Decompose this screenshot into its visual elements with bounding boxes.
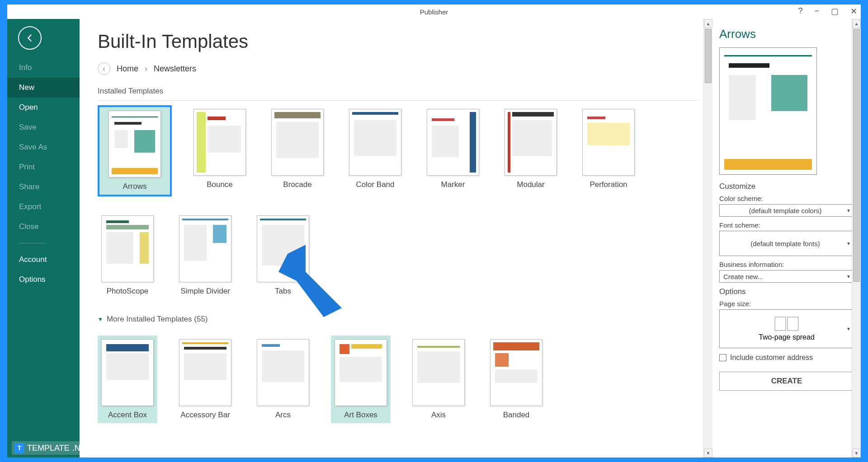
close-icon[interactable]: ✕ (850, 6, 857, 16)
window-controls: ? − ▢ ✕ (798, 6, 857, 16)
restore-icon[interactable]: ▢ (831, 6, 839, 16)
page-size-label: Page size: (719, 300, 854, 308)
template-grid-3: Accent Box Accessory Bar Arcs Art Boxes … (98, 331, 699, 423)
sidebar-item-info[interactable]: Info (7, 58, 80, 78)
scroll-thumb[interactable] (705, 29, 712, 83)
template-bounce[interactable]: Bounce (190, 105, 250, 196)
template-artboxes[interactable]: Art Boxes (331, 336, 391, 423)
options-heading: Options (719, 287, 854, 296)
scroll-down-icon[interactable]: ▼ (704, 448, 712, 457)
template-accentbox[interactable]: Accent Box (98, 336, 157, 423)
checkbox-icon (719, 354, 726, 361)
thumb-arrows (108, 111, 161, 177)
sidebar-item-print[interactable]: Print (7, 157, 80, 177)
breadcrumb-home[interactable]: Home (117, 64, 138, 74)
sidebar-item-saveas[interactable]: Save As (7, 137, 80, 157)
template-label: Arrows (123, 182, 147, 191)
template-accessorybar[interactable]: Accessory Bar (175, 336, 235, 423)
sidebar-item-close[interactable]: Close (7, 217, 80, 237)
chevron-down-icon: ▾ (847, 273, 850, 280)
color-scheme-label: Color scheme: (719, 195, 854, 202)
customize-panel: Arrows Customize Color scheme: (default … (712, 19, 861, 457)
panel-title: Arrows (719, 27, 854, 41)
template-photoscope[interactable]: PhotoScope (98, 212, 157, 299)
watermark: T TEMPLATE.NET (12, 441, 94, 455)
sidebar-item-share[interactable]: Share (7, 177, 80, 197)
minimize-icon[interactable]: − (814, 6, 819, 16)
two-page-spread-icon (774, 316, 799, 331)
chevron-down-icon: ▾ (847, 207, 850, 214)
sidebar-item-export[interactable]: Export (7, 197, 80, 217)
template-preview (719, 47, 817, 175)
page-title: Built-In Templates (98, 31, 699, 52)
template-banded[interactable]: Banded (486, 336, 546, 423)
page-size-dropdown[interactable]: Two-page spread ▾ (719, 309, 854, 348)
template-grid-2: PhotoScope Simple Divider Tabs (98, 212, 699, 299)
svg-rect-1 (775, 317, 786, 331)
template-axis[interactable]: Axis (409, 336, 468, 423)
template-gallery: Built-In Templates ‹ Home › Newsletters … (80, 19, 712, 457)
customize-heading: Customize (719, 182, 854, 191)
back-button[interactable] (18, 26, 42, 50)
back-arrow-icon (24, 32, 36, 44)
installed-templates-label: Installed Templates (98, 87, 699, 96)
scroll-up-icon[interactable]: ▲ (852, 19, 861, 28)
font-scheme-dropdown[interactable]: (default template fonts) ▾ (719, 231, 854, 256)
template-modular[interactable]: Modular (501, 105, 561, 196)
help-icon[interactable]: ? (798, 6, 802, 16)
font-scheme-label: Font scheme: (719, 221, 854, 229)
template-arrows[interactable]: Arrows (98, 105, 172, 196)
template-grid-1: Arrows Bounce Brocade Color Band Marker (98, 100, 699, 196)
panel-scrollbar[interactable]: ▲ ▼ (852, 19, 861, 457)
scroll-thumb[interactable] (853, 29, 860, 282)
template-logo-icon: T (14, 443, 24, 453)
create-button[interactable]: CREATE (719, 372, 854, 391)
main-area: Built-In Templates ‹ Home › Newsletters … (80, 19, 861, 457)
sidebar-item-options[interactable]: Options (7, 270, 80, 289)
app-title: Publisher (420, 8, 448, 16)
sidebar-item-open[interactable]: Open (7, 98, 80, 117)
template-colorband[interactable]: Color Band (345, 105, 405, 196)
template-perforation[interactable]: Perforation (579, 105, 638, 196)
chevron-down-icon: ▾ (847, 326, 850, 332)
sidebar-item-save[interactable]: Save (7, 117, 80, 137)
sidebar-item-account[interactable]: Account (7, 250, 80, 270)
app-frame: Publisher ? − ▢ ✕ Sign in Info New Open … (7, 5, 861, 457)
scroll-down-icon[interactable]: ▼ (852, 448, 861, 457)
sidebar-item-new[interactable]: New (7, 78, 80, 98)
template-marker[interactable]: Marker (423, 105, 483, 196)
template-simpledivider[interactable]: Simple Divider (175, 212, 235, 299)
svg-rect-2 (788, 317, 798, 331)
business-info-label: Business information: (719, 261, 854, 268)
template-tabs[interactable]: Tabs (253, 212, 313, 299)
include-address-checkbox[interactable]: Include customer address (719, 354, 854, 362)
color-scheme-dropdown[interactable]: (default template colors) ▾ (719, 204, 854, 217)
breadcrumb-back-icon[interactable]: ‹ (98, 62, 110, 75)
template-arcs[interactable]: Arcs (253, 336, 313, 423)
business-info-dropdown[interactable]: Create new... ▾ (719, 270, 854, 283)
breadcrumb-sep: › (145, 64, 147, 74)
title-bar: Publisher ? − ▢ ✕ (7, 5, 861, 19)
breadcrumb: ‹ Home › Newsletters (98, 62, 699, 75)
gallery-scrollbar[interactable]: ▲ ▼ (703, 19, 712, 457)
breadcrumb-current: Newsletters (154, 64, 196, 74)
sidebar-separator (19, 243, 46, 243)
chevron-down-icon: ▾ (847, 240, 850, 247)
scroll-up-icon[interactable]: ▲ (704, 19, 712, 28)
backstage-sidebar: Info New Open Save Save As Print Share E… (7, 5, 80, 457)
expand-icon: ▼ (98, 316, 103, 322)
more-templates-header[interactable]: ▼ More Installed Templates (55) (98, 315, 699, 324)
template-brocade[interactable]: Brocade (268, 105, 327, 196)
